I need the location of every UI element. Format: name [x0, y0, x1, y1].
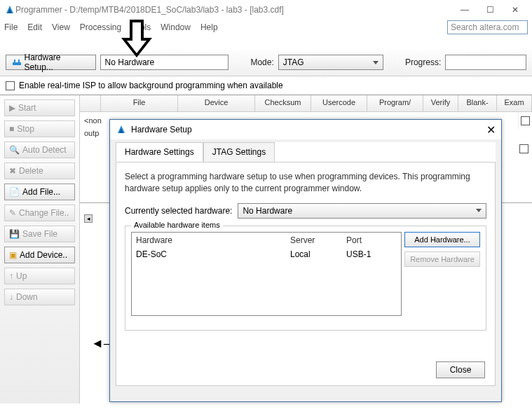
maximize-button[interactable]: ☐ [477, 1, 503, 18]
hardware-display: No Hardware [100, 55, 229, 70]
available-hw-group: Available hardware items Hardware Server… [125, 226, 486, 331]
svg-rect-4 [18, 60, 20, 62]
isp-checkbox-row: Enable real-time ISP to allow background… [0, 76, 532, 95]
hardware-setup-dialog: Hardware Setup ✕ Hardware Settings JTAG … [109, 119, 502, 402]
start-button[interactable]: ▶Start [4, 99, 75, 116]
dialog-title: Hardware Setup [131, 125, 192, 134]
remove-hardware-button[interactable]: Remove Hardware [404, 251, 480, 267]
title-bar: Programmer - D:/temp/MTB4/2018DE1_SoC/la… [0, 0, 532, 20]
save-file-button[interactable]: 💾Save File [4, 226, 75, 242]
row-check-1[interactable] [521, 116, 530, 125]
auto-detect-button[interactable]: 🔍Auto Detect [4, 142, 75, 158]
chevron-down-icon [476, 209, 482, 212]
window-title: Programmer - D:/temp/MTB4/2018DE1_SoC/la… [15, 5, 284, 15]
delete-button[interactable]: ✖Delete [4, 163, 75, 179]
col-program[interactable]: Program/ [367, 95, 423, 111]
selected-hw-label: Currently selected hardware: [125, 206, 232, 216]
col-device[interactable]: Device [178, 95, 255, 111]
svg-rect-3 [14, 60, 15, 62]
hw-row-hardware: DE-SoC [136, 249, 290, 259]
close-window-button[interactable]: ✕ [503, 1, 528, 18]
device-table-header: File Device Checksum Usercode Program/ V… [80, 95, 532, 112]
hw-list-header: Hardware Server Port [132, 233, 401, 248]
add-hardware-button[interactable]: Add Hardware... [404, 232, 480, 247]
scroll-left-button[interactable]: ◂ [84, 214, 93, 223]
dialog-logo-icon [116, 124, 127, 135]
dialog-close-button[interactable]: Close [436, 361, 485, 378]
progress-label: Progress: [405, 57, 441, 67]
hw-col-server: Server [290, 235, 346, 245]
add-file-button[interactable]: 📄Add File... [4, 184, 75, 200]
hw-col-port: Port [346, 235, 395, 245]
col-exam[interactable]: Exam [497, 95, 532, 111]
col-usercode[interactable]: Usercode [311, 95, 367, 111]
selected-hw-value: No Hardware [243, 206, 292, 216]
dialog-close-x[interactable]: ✕ [486, 123, 496, 137]
add-device-button[interactable]: ▣Add Device.. [4, 247, 75, 263]
available-hw-list[interactable]: Hardware Server Port DE-SoC Local USB-1 [131, 232, 402, 316]
hardware-setup-button[interactable]: Hardware Setup... [6, 55, 96, 70]
chevron-down-icon [373, 61, 378, 64]
tab-hardware-settings[interactable]: Hardware Settings [116, 142, 203, 162]
row-check-2[interactable] [519, 144, 528, 153]
up-button[interactable]: ↑Up [4, 268, 75, 284]
available-hw-title: Available hardware items [131, 221, 223, 229]
menu-window[interactable]: Window [161, 22, 191, 32]
search-input[interactable]: Search altera.com [447, 20, 528, 34]
col-checksum[interactable]: Checksum [255, 95, 311, 111]
menu-help[interactable]: Help [200, 22, 218, 32]
stop-button[interactable]: ■Stop [4, 120, 75, 137]
menu-bar: File Edit View Processing Tools Window H… [0, 20, 532, 35]
progress-bar [445, 55, 526, 70]
menu-processing[interactable]: Processing [80, 22, 121, 32]
tab-jtag-settings[interactable]: JTAG Settings [203, 142, 275, 162]
hardware-toolbar: Hardware Setup... No Hardware Mode: JTAG… [0, 49, 532, 76]
menu-edit[interactable]: Edit [27, 22, 42, 32]
hw-col-hardware: Hardware [136, 235, 290, 245]
menu-view[interactable]: View [52, 22, 70, 32]
hardware-setup-icon [12, 58, 21, 67]
mode-value: JTAG [283, 57, 304, 67]
down-button[interactable]: ↓Down [4, 289, 75, 305]
dialog-tab-strip: Hardware Settings JTAG Settings [116, 142, 496, 162]
mode-label: Mode: [250, 57, 273, 67]
col-blank[interactable]: Blank- [458, 95, 497, 111]
app-logo-icon [4, 4, 15, 15]
col-verify[interactable]: Verify [423, 95, 458, 111]
menu-tools[interactable]: Tools [131, 22, 151, 32]
isp-checkbox[interactable] [6, 81, 15, 90]
dialog-description: Select a programming hardware setup to u… [125, 171, 486, 195]
dialog-tab-body: Select a programming hardware setup to u… [116, 162, 496, 386]
change-file-button[interactable]: ✎Change File.. [4, 205, 75, 221]
hw-list-row[interactable]: DE-SoC Local USB-1 [132, 248, 401, 261]
menu-file[interactable]: File [4, 22, 18, 32]
col-file[interactable]: File [101, 95, 178, 111]
minimize-button[interactable]: — [452, 1, 477, 18]
isp-label: Enable real-time ISP to allow background… [19, 81, 283, 90]
mode-dropdown[interactable]: JTAG [278, 55, 383, 70]
svg-rect-2 [13, 62, 21, 65]
selected-hw-dropdown[interactable]: No Hardware [238, 203, 486, 219]
hw-row-server: Local [290, 249, 346, 259]
action-sidebar: ▶Start ■Stop 🔍Auto Detect ✖Delete 📄Add F… [0, 95, 80, 403]
hardware-setup-label: Hardware Setup... [24, 53, 89, 72]
dialog-title-bar: Hardware Setup ✕ [110, 120, 501, 139]
hw-row-port: USB-1 [346, 249, 395, 259]
